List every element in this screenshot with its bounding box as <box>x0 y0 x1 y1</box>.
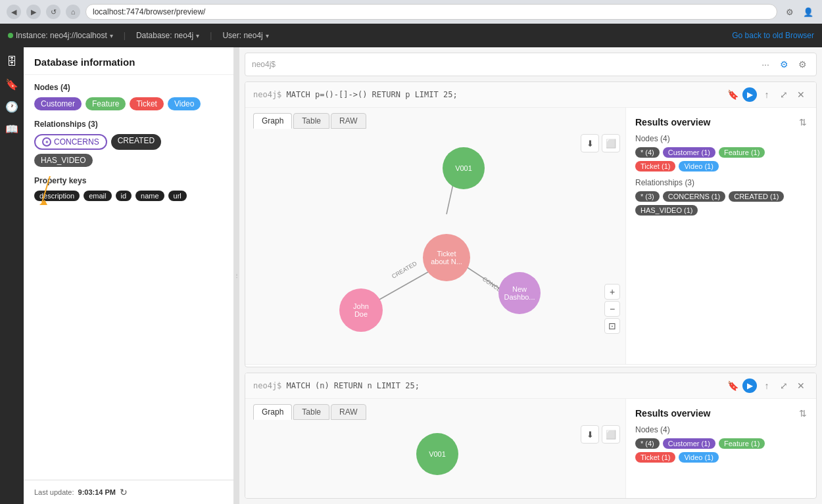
icon-sidebar: 🗄 🔖 🕐 📖 <box>0 47 24 504</box>
graph-canvas-2: V001 ⬇ ⬜ <box>245 420 625 499</box>
run-result-btn-2[interactable]: ▶ <box>742 378 757 393</box>
bookmark-result-btn-2[interactable]: 🔖 <box>725 378 740 393</box>
rel-tag-created[interactable]: CREATED <box>111 134 161 150</box>
nav-back-button[interactable]: ◀ <box>7 5 21 19</box>
query-settings-btn[interactable]: ⚙ <box>777 57 791 72</box>
zoom-out-btn-1[interactable]: − <box>604 301 620 317</box>
ro-created-tag-1[interactable]: CREATED (1) <box>729 191 784 202</box>
expand-result-btn-2[interactable]: ↑ <box>760 378 774 393</box>
ro-feature-tag-1[interactable]: Feature (1) <box>719 147 765 158</box>
tab-table-1[interactable]: Table <box>293 113 329 129</box>
fullscreen-result-btn-2[interactable]: ⤢ <box>777 378 791 393</box>
graph-panel-2: Graph Table RAW V001 ⬇ ⬜ <box>245 399 625 499</box>
node-tag-feature[interactable]: Feature <box>85 97 126 110</box>
nodes-overview-label-1: Nodes (4) <box>635 134 807 143</box>
node-tag-ticket[interactable]: Ticket <box>130 97 164 110</box>
fullscreen-result-btn[interactable]: ⤢ <box>777 87 791 102</box>
expand-result-btn[interactable]: ↑ <box>760 87 774 102</box>
download-graph-btn[interactable]: ⬇ <box>581 134 599 152</box>
panel-resize-handle[interactable]: ⋮ <box>234 47 239 504</box>
address-bar[interactable]: localhost:7474/browser/preview/ <box>85 4 777 20</box>
extensions-icon[interactable]: ⚙ <box>783 5 797 19</box>
ro-ticket-tag-2[interactable]: Ticket (1) <box>635 452 675 463</box>
tab-graph-2[interactable]: Graph <box>253 404 292 420</box>
database-info[interactable]: Database: neo4j ▾ <box>136 31 199 40</box>
query-input-bar: neo4j$ ··· ⚙ ⚙ <box>245 53 817 76</box>
instance-info[interactable]: Instance: neo4j://localhost ▾ <box>8 31 113 40</box>
ro-all-tag-2[interactable]: * (4) <box>635 438 660 449</box>
prop-tag-url[interactable]: url <box>168 191 187 201</box>
nav-home-button[interactable]: ⌂ <box>66 5 80 19</box>
graph-node-video-1[interactable]: V001 <box>443 147 485 189</box>
last-update-time: 9:03:14 PM <box>78 488 116 496</box>
node-tag-customer[interactable]: Customer <box>34 97 82 110</box>
ro-all-rel-tag-1[interactable]: * (3) <box>635 191 660 202</box>
bookmark-icon-btn[interactable]: 🔖 <box>3 75 21 93</box>
close-result-btn-2[interactable]: ✕ <box>794 378 808 393</box>
query-prompt-label: neo4j$ <box>252 60 276 69</box>
nav-forward-button[interactable]: ▶ <box>26 5 41 19</box>
results-overview-1: Results overview ⇅ Nodes (4) * (4) Custo… <box>625 108 816 364</box>
prop-tag-email[interactable]: email <box>84 191 111 201</box>
ro-customer-tag-1[interactable]: Customer (1) <box>663 147 715 158</box>
ro-video-tag-1[interactable]: Video (1) <box>679 161 718 172</box>
ro-video-tag-2[interactable]: Video (1) <box>679 452 718 463</box>
tab-table-2[interactable]: Table <box>293 404 329 420</box>
graph-panel-1: Graph Table RAW <box>245 108 625 364</box>
graph-tabs-2: Graph Table RAW <box>245 399 625 420</box>
close-result-btn[interactable]: ✕ <box>794 87 808 102</box>
results-overview-2: Results overview ⇅ Nodes (4) * (4) Custo… <box>625 399 816 499</box>
ro-feature-tag-2[interactable]: Feature (1) <box>719 438 765 449</box>
ro-ticket-tag-1[interactable]: Ticket (1) <box>635 161 675 172</box>
graph-node-ticket-1[interactable]: Ticketabout N... <box>423 234 470 281</box>
result-header-1: neo4j$ MATCH p=()-[]->() RETURN p LIMIT … <box>245 82 816 108</box>
screenshot-graph-btn[interactable]: ⬜ <box>602 134 620 152</box>
rel-tag-has-video[interactable]: HAS_VIDEO <box>34 154 93 167</box>
rel-tag-concerns[interactable]: ✦ CONCERNS <box>34 134 107 150</box>
zoom-fit-btn-1[interactable]: ⊡ <box>604 318 620 334</box>
ro-concerns-tag-1[interactable]: CONCERNS (1) <box>663 191 725 202</box>
database-icon-btn[interactable]: 🗄 <box>3 53 21 71</box>
right-panel: neo4j$ ··· ⚙ ⚙ neo4j$ MATCH p=()-[]->() … <box>239 47 822 504</box>
query-gear-btn[interactable]: ⚙ <box>795 57 810 72</box>
graph-node-customer-1[interactable]: JohnDoe <box>339 288 383 332</box>
ro-customer-tag-2[interactable]: Customer (1) <box>663 438 715 449</box>
resize-handle-dots: ⋮ <box>234 273 239 279</box>
sort-results-btn-2[interactable]: ⇅ <box>799 408 807 419</box>
run-result-btn[interactable]: ▶ <box>742 87 757 102</box>
graph-node-feature-1[interactable]: NewDashbo... <box>498 272 541 314</box>
svg-line-0 <box>42 176 50 202</box>
history-icon-btn[interactable]: 🕐 <box>3 97 21 116</box>
go-back-link[interactable]: Go back to old Browser <box>732 31 814 40</box>
result-body-2: Graph Table RAW V001 ⬇ ⬜ R <box>245 399 816 499</box>
query-more-btn[interactable]: ··· <box>758 57 773 72</box>
user-info[interactable]: User: neo4j ▾ <box>222 31 268 40</box>
ro-all-tag-1[interactable]: * (4) <box>635 147 660 158</box>
connection-status-dot <box>8 33 13 38</box>
ro-has-video-tag-1[interactable]: HAS_VIDEO (1) <box>635 205 698 216</box>
bookmark-result-btn[interactable]: 🔖 <box>725 87 740 102</box>
prop-tag-id[interactable]: id <box>116 191 132 201</box>
screenshot-graph-btn-2[interactable]: ⬜ <box>602 425 620 444</box>
download-graph-btn-2[interactable]: ⬇ <box>581 425 599 444</box>
zoom-in-btn-1[interactable]: + <box>604 284 620 300</box>
graph-tabs-1: Graph Table RAW <box>245 108 625 129</box>
browser-icons: ⚙ 👤 <box>783 5 815 19</box>
refresh-button[interactable]: ↻ <box>120 487 128 497</box>
graph-edges-svg-1: HAS_VIDEO CREATED CONCERNS <box>245 129 625 339</box>
graph-node-video-2[interactable]: V001 <box>416 433 458 475</box>
nav-reload-button[interactable]: ↺ <box>46 5 60 19</box>
annotation-arrow <box>37 176 63 211</box>
sort-results-btn-1[interactable]: ⇅ <box>799 117 807 127</box>
prop-tag-name[interactable]: name <box>135 191 164 201</box>
tab-graph-1[interactable]: Graph <box>253 113 292 129</box>
graph-actions-2: ⬇ ⬜ <box>581 425 620 444</box>
query-input-icons: ··· ⚙ ⚙ <box>758 57 810 72</box>
tab-raw-2[interactable]: RAW <box>331 404 366 420</box>
query-input[interactable] <box>281 60 753 70</box>
tab-raw-1[interactable]: RAW <box>331 113 366 129</box>
docs-icon-btn[interactable]: 📖 <box>3 120 21 138</box>
nodes-overview-tags-1: * (4) Customer (1) Feature (1) Ticket (1… <box>635 147 807 172</box>
profile-icon[interactable]: 👤 <box>801 5 815 19</box>
node-tag-video[interactable]: Video <box>168 97 201 110</box>
